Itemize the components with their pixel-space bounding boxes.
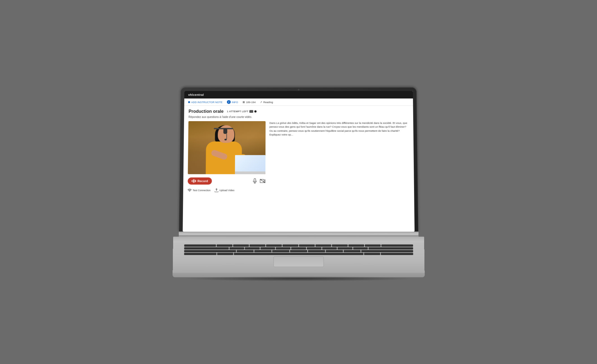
attempt-label: 1 ATTEMPT LEFT	[227, 110, 248, 113]
key-w	[233, 244, 249, 246]
key-u	[315, 244, 331, 246]
key-i	[332, 244, 348, 246]
key-a	[229, 247, 244, 249]
key-p	[365, 244, 381, 246]
attempt-icon	[249, 110, 253, 113]
key-alt-l	[217, 253, 233, 255]
camera-notch	[298, 88, 300, 91]
screen-inner: vhlcentral ADD INSTRUCTOR NOTE i INFO ▦ …	[183, 91, 415, 232]
key-z	[236, 250, 254, 252]
video-container	[188, 121, 266, 174]
key-tab	[184, 244, 216, 246]
add-note-dot-icon	[188, 101, 190, 103]
key-t	[282, 244, 298, 246]
keyboard-row-4	[184, 253, 413, 255]
add-instructor-note-label: ADD INSTRUCTOR NOTE	[191, 100, 222, 104]
camera-off-button[interactable]	[260, 179, 265, 183]
key-backspace	[381, 244, 413, 246]
pages-label: 189-194	[246, 100, 255, 104]
key-shift-l	[184, 250, 236, 252]
keyboard-row-1	[184, 244, 413, 246]
left-panel: Record	[187, 121, 266, 228]
video-person-bg	[188, 121, 266, 174]
key-d	[260, 247, 275, 249]
passage-text: Dans La grève des bâttu, Kéba et Sagar o…	[269, 121, 409, 137]
brand-logo: vhlcentral	[188, 93, 204, 96]
main-content: Production orale 1 ATTEMPT LEFT Répondez…	[183, 106, 415, 232]
info-icon: i	[227, 100, 231, 104]
key-f	[276, 247, 291, 249]
bottom-actions: Test Connection Upload Video	[187, 188, 265, 193]
keyboard	[184, 244, 413, 255]
key-o	[348, 244, 364, 246]
pages-button[interactable]: ▦ 189-194	[242, 100, 255, 104]
base-top	[173, 236, 424, 242]
laptop-shadow	[184, 276, 414, 281]
key-j	[322, 247, 337, 249]
test-connection-label: Test Connection	[192, 189, 210, 192]
microphone-button[interactable]	[252, 178, 257, 184]
key-shift-r	[361, 250, 413, 252]
key-q	[217, 244, 233, 246]
reading-icon: ↗	[260, 100, 262, 104]
add-instructor-note-button[interactable]: ADD INSTRUCTOR NOTE	[188, 100, 222, 104]
base-keyboard	[173, 242, 424, 273]
keyboard-row-3	[184, 250, 413, 252]
key-alt-r	[364, 253, 380, 255]
attempt-dot-icon	[254, 110, 257, 112]
subtitle: Répondez aux questions à l'aide d'une co…	[188, 115, 408, 118]
key-caps	[184, 247, 229, 249]
key-n	[326, 250, 343, 252]
upload-video-button[interactable]: Upload Video	[214, 188, 234, 192]
hinge-area	[178, 235, 418, 236]
key-spacebar	[234, 253, 363, 255]
record-label: Record	[197, 179, 208, 183]
record-controls: Record	[187, 176, 265, 185]
right-panel: Dans La grève des bâttu, Kéba et Sagar o…	[269, 121, 410, 228]
reading-label: Reading	[263, 100, 273, 104]
key-enter	[368, 247, 413, 249]
laptop-screen-bezel: vhlcentral ADD INSTRUCTOR NOTE i INFO ▦ …	[179, 87, 419, 231]
key-k	[337, 247, 352, 249]
page-title: Production orale	[188, 109, 223, 114]
record-waves-icon	[191, 179, 196, 183]
pages-icon: ▦	[242, 100, 245, 103]
upload-video-label: Upload Video	[219, 189, 234, 192]
reading-button[interactable]: ↗ Reading	[260, 100, 273, 104]
content-row: Record	[187, 121, 410, 228]
key-l	[353, 247, 368, 249]
svg-rect-0	[254, 179, 255, 182]
key-ctrl-r	[381, 253, 413, 255]
bottom-bezel	[179, 232, 419, 235]
key-c	[272, 250, 289, 252]
key-g	[291, 247, 306, 249]
action-bar: ADD INSTRUCTOR NOTE i INFO ▦ 189-194 ↗ R…	[184, 98, 413, 106]
top-nav-bar: vhlcentral	[184, 91, 413, 98]
test-connection-button[interactable]: Test Connection	[187, 188, 210, 192]
key-e	[249, 244, 265, 246]
key-s	[245, 247, 259, 249]
trackpad[interactable]	[273, 256, 324, 267]
title-row: Production orale 1 ATTEMPT LEFT	[188, 109, 408, 114]
key-m	[343, 250, 361, 252]
info-button[interactable]: i INFO	[227, 100, 238, 104]
key-r	[266, 244, 282, 246]
key-b	[308, 250, 325, 252]
attempt-badge: 1 ATTEMPT LEFT	[227, 110, 256, 113]
key-y	[299, 244, 315, 246]
key-x	[254, 250, 271, 252]
record-button[interactable]: Record	[188, 177, 212, 184]
key-v	[290, 250, 307, 252]
key-h	[306, 247, 321, 249]
keyboard-row-2	[184, 247, 413, 249]
info-label: INFO	[232, 100, 238, 104]
key-ctrl	[184, 253, 217, 255]
